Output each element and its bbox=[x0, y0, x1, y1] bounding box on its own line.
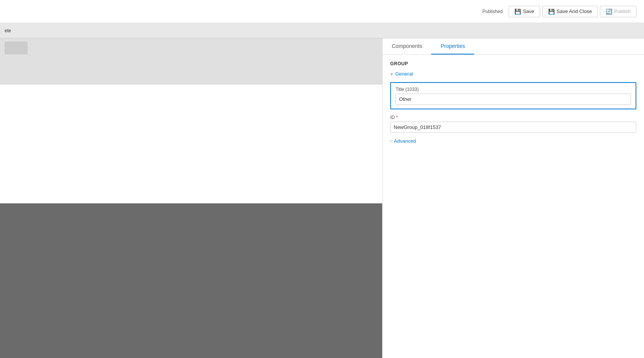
required-indicator: * bbox=[396, 115, 398, 120]
tab-properties[interactable]: Properties bbox=[431, 38, 474, 54]
publish-button[interactable]: 🔄 Publish bbox=[600, 6, 636, 17]
main-layout: Components Properties GROUP ∨ General Ti… bbox=[0, 38, 644, 358]
title-field-group: Title (1033) bbox=[390, 82, 636, 109]
save-icon: 💾 bbox=[514, 8, 521, 15]
panel-section-title: GROUP bbox=[390, 61, 636, 66]
panel-tabs: Components Properties bbox=[383, 38, 644, 55]
id-field-group: ID * bbox=[390, 115, 636, 133]
save-button[interactable]: 💾 Save bbox=[509, 6, 540, 17]
secondary-bar: ete bbox=[0, 23, 644, 38]
chevron-down-icon: ∨ bbox=[390, 72, 393, 76]
title-field-input[interactable] bbox=[396, 94, 631, 105]
publish-icon: 🔄 bbox=[606, 8, 612, 15]
canvas-toolbar bbox=[0, 38, 382, 58]
top-bar: Published 💾 Save 💾 Save And Close 🔄 Publ… bbox=[0, 0, 644, 23]
tab-components[interactable]: Components bbox=[383, 38, 431, 54]
title-field-label: Title (1033) bbox=[396, 87, 631, 92]
publish-status: Published bbox=[482, 9, 503, 14]
canvas-area bbox=[0, 38, 382, 358]
canvas-white-area bbox=[0, 84, 382, 203]
canvas-placeholder-button[interactable] bbox=[5, 41, 28, 54]
canvas-top-bar bbox=[0, 38, 382, 84]
chevron-right-icon: › bbox=[390, 139, 391, 143]
secondary-action-label[interactable]: ete bbox=[5, 28, 11, 33]
save-and-close-button[interactable]: 💾 Save And Close bbox=[542, 6, 598, 17]
id-field-input[interactable] bbox=[390, 122, 636, 133]
panel-content: GROUP ∨ General Title (1033) ID * bbox=[383, 55, 644, 358]
advanced-section-header[interactable]: › Advanced bbox=[390, 138, 636, 144]
right-panel: Components Properties GROUP ∨ General Ti… bbox=[382, 38, 644, 358]
save-close-icon: 💾 bbox=[548, 8, 555, 15]
canvas-gray-area bbox=[0, 203, 382, 358]
id-field-label: ID * bbox=[390, 115, 636, 120]
general-section-header[interactable]: ∨ General bbox=[390, 71, 636, 77]
